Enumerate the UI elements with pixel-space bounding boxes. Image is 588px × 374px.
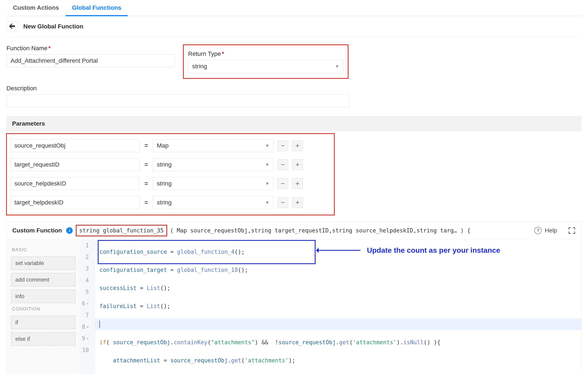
param-type-select[interactable]: string ▼ — [153, 158, 273, 171]
tool-else-if[interactable]: else if — [11, 332, 75, 346]
return-type-value: string — [192, 63, 207, 70]
page-title: New Global Function — [23, 23, 83, 30]
remove-param-button[interactable]: − — [277, 197, 288, 208]
function-name-input[interactable] — [7, 54, 175, 67]
return-type-select[interactable]: string ▼ — [188, 60, 343, 73]
chevron-down-icon: ▼ — [265, 162, 269, 167]
parameters-annotation: = Map ▼ − + = string ▼ − + = string ▼ — [7, 134, 334, 215]
help-icon: ? — [534, 227, 542, 234]
equals-sign: = — [144, 180, 149, 187]
parameters-heading: Parameters — [7, 116, 581, 131]
param-type-select[interactable]: Map ▼ — [153, 139, 273, 152]
tool-info[interactable]: info — [11, 290, 75, 303]
info-icon[interactable]: i — [66, 227, 73, 234]
chevron-down-icon: ▼ — [335, 64, 339, 69]
minus-icon: − — [281, 199, 285, 206]
plus-icon: + — [295, 199, 300, 206]
add-param-button[interactable]: + — [292, 178, 303, 189]
param-type-value: Map — [157, 142, 168, 149]
plus-icon: + — [295, 142, 300, 149]
param-type-value: string — [157, 180, 171, 187]
minus-icon: − — [281, 142, 285, 149]
tab-custom-actions[interactable]: Custom Actions — [7, 0, 66, 16]
code-editor[interactable]: 12345 6▾7 8▾ 9▾10 Update the count as pe… — [80, 240, 581, 374]
equals-sign: = — [144, 199, 149, 206]
minus-icon: − — [281, 161, 285, 168]
tool-set-variable[interactable]: set variable — [11, 256, 75, 270]
param-name-input[interactable] — [10, 158, 140, 171]
minus-icon: − — [281, 180, 285, 187]
param-type-value: string — [157, 161, 171, 168]
back-button[interactable]: 🡰 — [7, 21, 18, 32]
description-input[interactable] — [7, 94, 349, 107]
param-type-select[interactable]: string ▼ — [153, 177, 273, 190]
param-type-value: string — [157, 199, 171, 206]
text-cursor — [99, 321, 100, 328]
add-param-button[interactable]: + — [292, 159, 303, 170]
field-description: Description — [7, 85, 581, 107]
custom-function-editor: Custom Function i string global_function… — [7, 222, 581, 374]
plus-icon: + — [295, 161, 300, 168]
param-row: = string ▼ − + — [10, 196, 330, 209]
tool-add-comment[interactable]: add comment — [11, 273, 75, 286]
page-header: 🡰 New Global Function — [7, 16, 581, 37]
add-param-button[interactable]: + — [292, 140, 303, 151]
equals-sign: = — [144, 161, 149, 168]
param-name-input[interactable] — [10, 177, 140, 190]
tabs: Custom Actions Global Functions — [7, 0, 581, 16]
remove-param-button[interactable]: − — [277, 140, 288, 151]
param-row: = string ▼ − + — [10, 177, 330, 190]
expand-icon[interactable] — [568, 227, 576, 234]
param-name-input[interactable] — [10, 196, 140, 209]
chevron-down-icon: ▼ — [265, 181, 269, 186]
plus-icon: + — [295, 180, 300, 187]
chevron-down-icon: ▼ — [265, 200, 269, 205]
remove-param-button[interactable]: − — [277, 178, 288, 189]
label-function-name: Function Name* — [7, 45, 175, 52]
label-description: Description — [7, 85, 581, 92]
tool-if[interactable]: if — [11, 316, 75, 329]
sidebar-heading-basic: BASIC — [12, 247, 75, 253]
param-type-select[interactable]: string ▼ — [153, 196, 273, 209]
param-name-input[interactable] — [10, 139, 140, 152]
chevron-down-icon: ▼ — [265, 143, 269, 148]
field-function-name: Function Name* — [7, 45, 175, 67]
label-return-type: Return Type* — [188, 51, 343, 57]
add-param-button[interactable]: + — [292, 197, 303, 208]
param-row: = Map ▼ − + — [10, 139, 330, 152]
code-gutter: 12345 6▾7 8▾ 9▾10 — [80, 240, 95, 374]
field-return-type: Return Type* string ▼ — [188, 51, 343, 73]
sidebar-heading-condition: CONDITION — [12, 306, 75, 312]
function-signature: string global_function_35 ( Map source_r… — [77, 226, 471, 235]
param-row: = string ▼ − + — [10, 158, 330, 171]
tab-global-functions[interactable]: Global Functions — [66, 0, 128, 16]
custom-function-title: Custom Function — [12, 227, 62, 234]
editor-sidebar: BASIC set variable add comment info COND… — [7, 240, 80, 374]
help-label: Help — [545, 227, 557, 234]
arrow-left-icon: 🡰 — [9, 23, 15, 30]
return-type-annotation: Return Type* string ▼ — [183, 45, 348, 78]
equals-sign: = — [144, 142, 149, 149]
help-link[interactable]: ? Help — [534, 227, 557, 234]
remove-param-button[interactable]: − — [277, 159, 288, 170]
